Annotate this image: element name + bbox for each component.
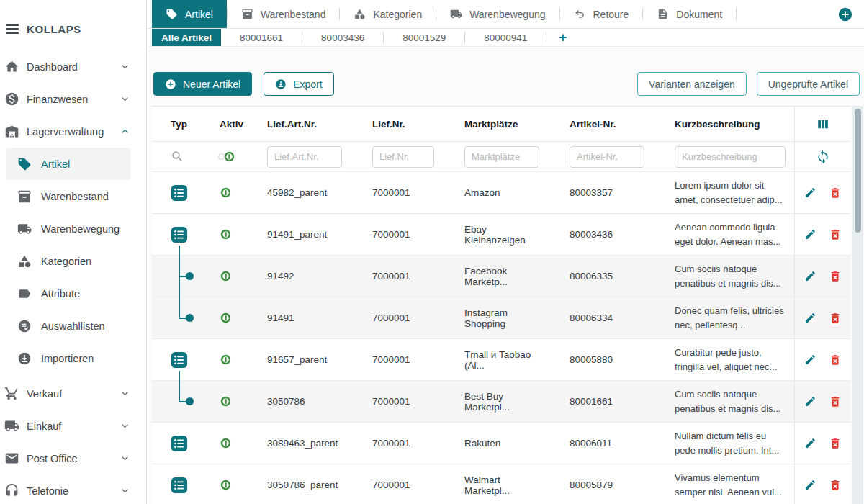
filter-input-marktplaetze[interactable]: [464, 146, 539, 168]
filter-cell: [246, 142, 351, 171]
filter-input-lief-art-nr[interactable]: [267, 146, 342, 168]
table-row[interactable]: 3050786 7000001 Best Buy Marketpl... 800…: [152, 380, 850, 422]
sidebar-item-warenbewegung[interactable]: Warenbewegung: [6, 212, 130, 245]
table-row[interactable]: 91657_parent 7000001 Tmall и Taobao (Al.…: [152, 338, 850, 380]
delete-icon[interactable]: [829, 354, 842, 366]
sidebar-item-finanzwesen[interactable]: Finanzwesen: [0, 83, 146, 115]
lief-art-nr-cell: 45982_parent: [246, 172, 351, 213]
import-icon: [17, 351, 32, 366]
filter-input-lief-nr[interactable]: [372, 146, 434, 168]
subtab-alle-artikel[interactable]: Alle Artikel: [152, 29, 221, 46]
menu-icon[interactable]: [4, 23, 20, 35]
sidebar-item-telefonie[interactable]: Telefonie: [0, 474, 146, 504]
sidebar-item-einkauf[interactable]: Einkauf: [0, 410, 146, 442]
marktplatz-cell: Facebook Marketp...: [443, 256, 548, 297]
parent-article-icon[interactable]: [169, 475, 189, 495]
parent-article-icon[interactable]: [169, 225, 189, 245]
edit-icon[interactable]: [804, 270, 816, 282]
sidebar-item-label: Warenbewegung: [36, 223, 120, 235]
delete-icon[interactable]: [829, 186, 842, 199]
chevron-up-icon: [120, 126, 130, 137]
new-article-button[interactable]: Neuer Artikel: [153, 72, 252, 96]
table-row[interactable]: 45982_parent 7000001 Amazon 80003357 Lor…: [152, 171, 850, 213]
delete-icon[interactable]: [829, 270, 842, 283]
sidebar-item-artikel[interactable]: Artikel: [6, 148, 130, 180]
aktiv-cell: [198, 172, 246, 213]
edit-icon[interactable]: [804, 354, 816, 366]
download-circle-icon: [275, 78, 287, 90]
scrollbar-track[interactable]: [852, 106, 863, 504]
sidebar-item-label: Einkauf: [27, 420, 112, 432]
scrollbar-thumb[interactable]: [855, 109, 861, 233]
active-status-icon: [220, 437, 232, 449]
subtab-80000941[interactable]: 80000941: [465, 29, 546, 46]
table-row[interactable]: 91491 7000001 Instagram Shopping 8000633…: [152, 297, 850, 338]
label-icon: [17, 287, 32, 301]
delete-icon[interactable]: [829, 312, 842, 325]
articles-table: Typ Aktiv Lief.Art.Nr. Lief.Nr. Marktplä…: [152, 106, 850, 504]
row-actions: [794, 172, 850, 213]
marktplatz-cell: Best Buy Marketpl...: [443, 381, 548, 422]
edit-icon[interactable]: [804, 186, 816, 199]
tab-artikel[interactable]: Artikel: [152, 0, 227, 28]
tree-connector: [179, 246, 180, 256]
delete-icon[interactable]: [829, 479, 842, 492]
sidebar-item-lagerverwaltung[interactable]: Lagerverwaltung: [0, 115, 146, 148]
warehouse-icon: [4, 124, 19, 139]
sidebar-item-verkauf[interactable]: Verkauf: [0, 377, 146, 410]
parent-article-icon[interactable]: [169, 433, 189, 454]
typ-cell: [152, 339, 198, 380]
tab-warenbewegung[interactable]: Warenbewegung: [436, 0, 559, 28]
lief-nr-cell: 7000001: [351, 297, 443, 338]
tree-connector: [179, 255, 180, 297]
edit-icon[interactable]: [804, 228, 816, 240]
subtab-80001661[interactable]: 80001661: [221, 29, 302, 46]
delete-icon[interactable]: [829, 228, 842, 241]
typ-cell: [152, 256, 198, 297]
sidebar-item-warenbestand[interactable]: Warenbestand: [6, 180, 130, 212]
sidebar-item-attribute[interactable]: Attribute: [6, 277, 130, 310]
active-status-icon: [220, 186, 232, 199]
tab-retoure[interactable]: Retoure: [560, 0, 643, 28]
edit-icon[interactable]: [804, 395, 816, 408]
sidebar-item-post-office[interactable]: Post Office: [0, 442, 146, 474]
unverified-articles-button[interactable]: Ungeprüfte Artikel: [757, 72, 860, 96]
tab-dokument[interactable]: Dokument: [643, 0, 736, 28]
subtab-80001529[interactable]: 80001529: [384, 29, 464, 46]
edit-icon[interactable]: [804, 437, 816, 449]
delete-icon[interactable]: [829, 395, 842, 408]
row-actions: [794, 423, 850, 464]
table-row[interactable]: 91491_parent 7000001 Ebay Kleinanzeigen …: [152, 213, 850, 255]
refresh-icon[interactable]: [816, 150, 830, 164]
edit-icon[interactable]: [804, 312, 816, 324]
sidebar: KOLLAPS Dashboard Finanzwesen Lagerverwa…: [0, 0, 147, 504]
add-tab-button[interactable]: [837, 6, 853, 22]
parent-article-icon[interactable]: [169, 183, 189, 203]
sidebar-item-auswahllisten[interactable]: Auswahllisten: [6, 310, 130, 342]
typ-cell: [152, 464, 198, 504]
filter-input-kurzbeschreibung[interactable]: [675, 146, 786, 168]
truck-icon: [450, 8, 462, 20]
delete-icon[interactable]: [829, 437, 842, 450]
sidebar-item-kategorien[interactable]: Kategorien: [6, 245, 130, 277]
sidebar-item-dashboard[interactable]: Dashboard: [0, 50, 146, 83]
export-button[interactable]: Export: [264, 72, 333, 96]
add-article-tab-button[interactable]: +: [546, 29, 579, 46]
aktiv-filter-toggle[interactable]: [218, 150, 235, 163]
parent-article-icon[interactable]: [169, 350, 189, 370]
edit-icon[interactable]: [804, 479, 816, 491]
table-row[interactable]: 91492 7000001 Facebook Marketp... 800063…: [152, 255, 850, 297]
document-icon: [657, 8, 669, 20]
tab-warenbestand[interactable]: Warenbestand: [228, 0, 340, 28]
table-row[interactable]: 3089463_parent 7000001 Rakuten 80006011 …: [152, 422, 850, 464]
filter-input-artikel-nr[interactable]: [570, 146, 644, 168]
subtab-80003436[interactable]: 80003436: [302, 29, 383, 46]
table-row[interactable]: 3050786_parent 7000001 Walmart Marketpl.…: [152, 464, 850, 504]
sidebar-item-importieren[interactable]: Importieren: [6, 342, 130, 374]
view-columns-icon[interactable]: [816, 117, 830, 131]
show-variants-button[interactable]: Varianten anzeigen: [637, 72, 747, 96]
chevron-down-icon: [120, 453, 130, 464]
tab-kategorien[interactable]: Kategorien: [340, 0, 436, 28]
tree-connector: [179, 297, 180, 318]
filter-cell: [653, 142, 794, 171]
